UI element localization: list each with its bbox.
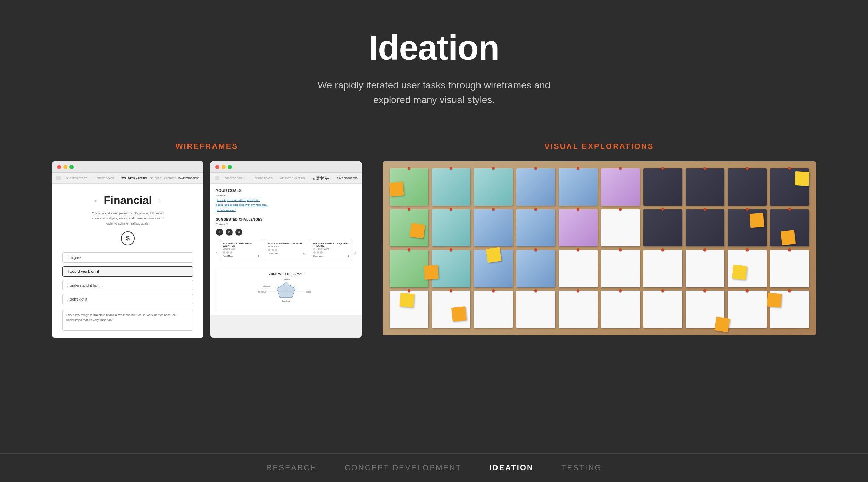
svg-text:Intellectual: Intellectual [258,291,266,293]
wf-nav-icon-2 [215,176,219,180]
sticky-note-5 [399,293,414,307]
wf-nav-icon-1 [56,176,61,180]
dollar-icon: $ [121,231,135,245]
challenge-card-2[interactable]: YOGA IN WASHINGTON PARK 228 Race St Read… [265,239,307,260]
titlebar-2 [210,161,362,173]
challenge-num-3: 3 [235,229,242,236]
cork-card-4-5 [559,291,598,328]
cork-card-2-7 [643,209,682,247]
sticky-note-3 [409,223,425,238]
sticky-note-6 [451,306,467,322]
nav-item-concept[interactable]: CONCEPT DEVELOPMENT [345,463,462,472]
rating-option-2[interactable]: I could work on it [62,266,193,277]
sticky-note-4 [424,265,439,280]
nav-item-testing[interactable]: TESTING [561,463,602,472]
goals-list: plan a trip abroad with my daughter. beg… [216,198,356,213]
wf2-nav-step-story: SUCCESS STORY [222,177,248,179]
wf1-title: Financial [104,194,152,207]
challenges-next-icon[interactable]: › [354,250,356,255]
wf-save-btn-2[interactable]: SAVE PROGRESS [337,177,358,179]
challenges-grid: PLANNING A EUROPEAN VACATION Lonely Plan… [220,239,353,260]
challenge-numbers: 1 2 3 [216,229,356,236]
cork-card-2-8 [686,209,725,247]
wireframes-label: WIREFRAMES [176,142,238,151]
wf-nav-step-wellness: WELLNESS MAPPING [121,177,148,179]
cork-card-4-3 [474,291,513,328]
rating-options: I'm great! I could work on it I understa… [62,252,193,304]
wf-save-btn-1[interactable]: SAVE PROGRESS [178,177,199,179]
dot-red-1 [57,165,61,169]
challenge-card-3[interactable]: BOOMER NIGHT AT ESQUIRE THEATRE 1517 Lud… [310,239,352,260]
sticky-note-8 [781,230,796,246]
cork-card-2-2 [432,209,471,247]
wf2-nav-step-photo: PHOTO BOARD [250,177,277,179]
rating-option-3[interactable]: I understand it but... [62,280,193,290]
wf-nav-step-story: SUCCESS STORY [63,177,90,179]
wireframe-1: SUCCESS STORY PHOTO BOARD WELLNESS MAPPI… [52,161,203,338]
chevron-left-icon[interactable]: ‹ [94,196,97,204]
sticky-note-1 [389,181,404,196]
cork-card-3-6 [601,250,640,287]
sticky-note-9 [732,265,747,280]
cork-card-1-2 [432,168,471,206]
goals-subtitle: I want to... [216,194,356,197]
wellness-map: YOUR WELLNESS MAP Financial [216,269,356,310]
wf-nav-step-select: SELECT CHALLENGES [150,177,176,179]
page-wrapper: Ideation We rapidly iterated user tasks … [0,0,868,482]
cork-card-1-5 [559,168,598,206]
titlebar-1 [52,161,203,173]
dot-green-1 [69,165,74,169]
wf1-textarea[interactable]: I do a few things to maintain financial … [62,310,193,331]
cork-card-4-6 [601,291,640,328]
sticky-note-11 [714,316,730,332]
nav-item-ideation[interactable]: IDEATION [489,463,533,472]
sticky-note-12 [486,247,501,263]
chevron-right-icon[interactable]: › [159,196,161,204]
wireframes-container: SUCCESS STORY PHOTO BOARD WELLNESS MAPPI… [52,161,362,338]
cork-card-3-10 [770,250,809,287]
sticky-note-2 [795,171,809,186]
svg-text:Financial: Financial [282,279,290,281]
cork-card-1-6 [601,168,640,206]
wf2-goals: YOUR GOALS I want to... plan a trip abro… [210,184,362,315]
page-title: Ideation [312,28,556,68]
content-area: WIREFRAMES SUCCESS STORY PHOTO BOARD [52,142,816,338]
corkboard [383,161,816,335]
wf2-nav-step-select: SELECT CHALLENGES [308,176,335,180]
cork-card-3-4 [516,250,555,287]
dot-red-2 [215,165,219,169]
cork-card-3-7 [643,250,682,287]
rating-option-4[interactable]: I don't get it [62,294,193,304]
nav-item-research[interactable]: RESEARCH [266,463,317,472]
cork-card-2-3 [474,209,513,247]
wellness-map-title: YOUR WELLNESS MAP [220,272,352,276]
wellness-chart: Financial Social Emotional Intellectual … [220,278,352,302]
wf-nav-step-photo: PHOTO BOARD [92,177,119,179]
challenges-prev-icon[interactable]: ‹ [216,250,218,255]
sticky-note-7 [767,293,782,308]
cork-card-3-5 [559,250,598,287]
page-subtitle: We rapidly iterated user tasks through w… [312,78,556,107]
wf1-subtext: The financially well person is fully awa… [90,211,166,226]
challenges-subtitle: Choose 3 [216,223,356,226]
cork-card-2-4 [516,209,555,247]
challenge-card-1[interactable]: PLANNING A EUROPEAN VACATION Lonely Plan… [220,239,262,260]
svg-text:Social: Social [306,291,311,293]
cork-card-2-6 [601,209,640,247]
visual-explorations-label: VISUAL EXPLORATIONS [544,142,654,151]
cork-card-4-4 [516,291,555,328]
header: Ideation We rapidly iterated user tasks … [312,28,556,107]
bottom-nav: RESEARCH CONCEPT DEVELOPMENT IDEATION TE… [0,453,868,482]
cork-card-3-1 [390,250,428,287]
challenges-title: SUGGESTED CHALLENGES [216,218,356,221]
cork-card-1-4 [516,168,555,206]
challenge-num-2: 2 [226,229,233,236]
goals-title: YOUR GOALS [216,188,356,193]
visual-explorations-section: VISUAL EXPLORATIONS [383,142,816,338]
cork-card-4-9 [728,291,767,328]
challenge-num-1: 1 [216,229,223,236]
rating-option-1[interactable]: I'm great! [62,252,193,263]
wf1-heading: ‹ Financial › [62,194,193,207]
svg-text:Physical: Physical [263,285,270,287]
sticky-note-10 [750,213,765,228]
